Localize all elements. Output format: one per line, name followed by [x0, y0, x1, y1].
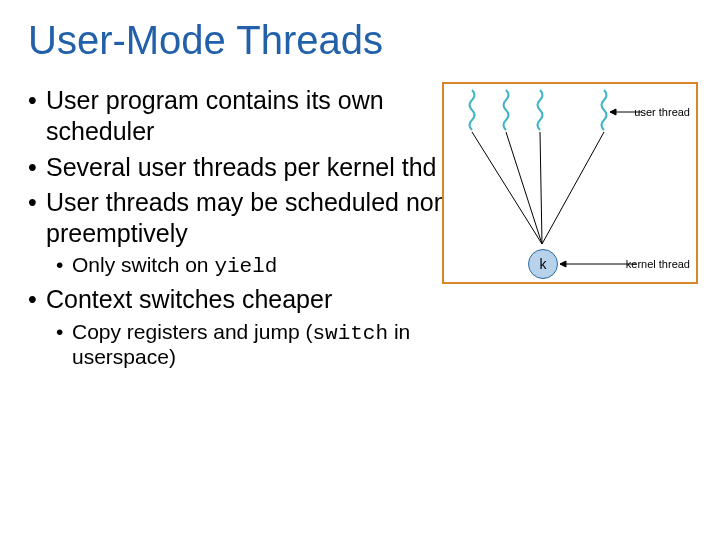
code-yield: yield	[214, 255, 277, 278]
bullet-list-container: User program contains its own scheduler …	[28, 85, 458, 369]
sub-bullet-item: Only switch on yield	[56, 253, 458, 278]
bullet-item: User program contains its own scheduler	[28, 85, 458, 148]
kernel-circle: k	[528, 249, 558, 279]
bullet-item: User threads may be scheduled non-preemp…	[28, 187, 458, 250]
svg-line-1	[506, 132, 542, 244]
sub-bullet-list: Only switch on yield	[28, 253, 458, 278]
thread-diagram: k user thread kernel thread	[442, 82, 698, 284]
svg-marker-7	[560, 261, 566, 267]
svg-line-3	[542, 132, 604, 244]
svg-marker-5	[610, 109, 616, 115]
sub-bullet-list: Copy registers and jump (switch in users…	[28, 320, 458, 369]
bullet-item: Context switches cheaper	[28, 284, 458, 315]
bullet-list: Context switches cheaper	[28, 284, 458, 315]
slide-title: User-Mode Threads	[28, 18, 692, 63]
slide: User-Mode Threads User program contains …	[0, 0, 720, 540]
code-switch: switch	[312, 322, 388, 345]
kernel-thread-label: kernel thread	[626, 258, 690, 270]
bullet-item: Several user threads per kernel thd	[28, 152, 458, 183]
sub-bullet-text: Copy registers and jump (	[72, 320, 312, 343]
sub-bullet-item: Copy registers and jump (switch in users…	[56, 320, 458, 369]
sub-bullet-text: Only switch on	[72, 253, 214, 276]
svg-line-0	[472, 132, 542, 244]
bullet-list: User program contains its own scheduler …	[28, 85, 458, 249]
svg-line-2	[540, 132, 542, 244]
user-thread-label: user thread	[634, 106, 690, 118]
